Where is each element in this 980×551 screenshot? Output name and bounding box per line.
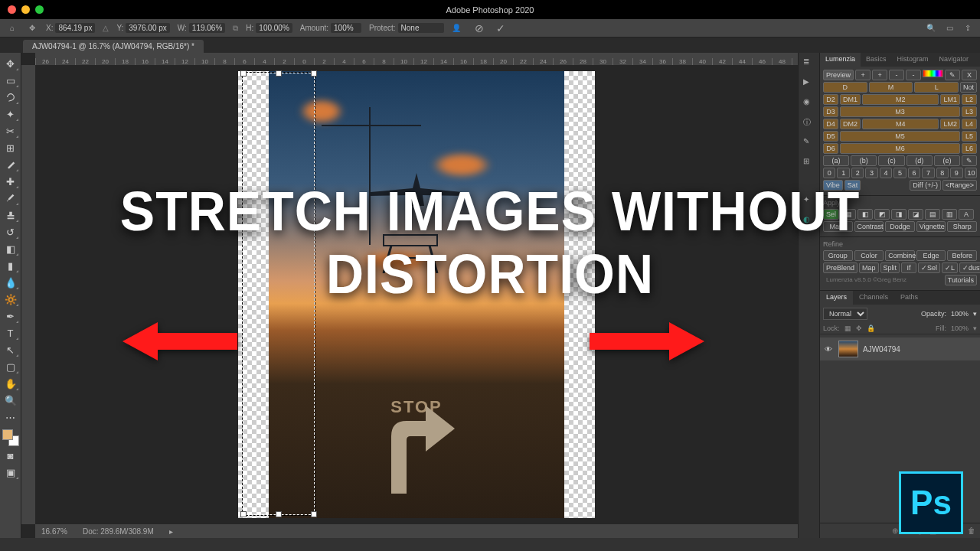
gradient-tool[interactable]: ▮: [2, 258, 19, 273]
tab-paths[interactable]: Paths: [894, 291, 924, 305]
zone-num-7[interactable]: 7: [922, 168, 934, 178]
rail-icon-7[interactable]: ✦: [803, 195, 815, 207]
minus2-button[interactable]: -: [906, 70, 921, 80]
cancel-transform-button[interactable]: ⊘: [475, 22, 484, 34]
zone-l5[interactable]: L5: [962, 131, 977, 142]
zone-d6[interactable]: D6: [823, 143, 838, 154]
zone-picker-icon[interactable]: ✎: [962, 155, 977, 166]
rail-icon-8[interactable]: ◐: [803, 215, 815, 227]
range-button[interactable]: <Range>: [942, 180, 977, 191]
mask-dodge[interactable]: Dodge: [885, 221, 915, 232]
stamp-tool[interactable]: [2, 207, 19, 223]
canvas-viewport[interactable]: STOP: [35, 65, 798, 524]
zone-num-1[interactable]: 1: [837, 168, 849, 178]
zone-lm1[interactable]: LM1: [940, 94, 960, 105]
zone-num-10[interactable]: 10: [965, 168, 977, 178]
y-field[interactable]: Y:3976.00 px: [116, 23, 169, 33]
zone-m[interactable]: M: [869, 82, 913, 93]
rail-icon-3[interactable]: ◉: [803, 97, 815, 109]
refine2-PreBlend[interactable]: PreBlend: [823, 262, 858, 273]
apply-3[interactable]: ◩: [874, 209, 890, 220]
layer-thumbnail[interactable]: [838, 341, 858, 357]
mask-mask[interactable]: Mask: [823, 221, 853, 232]
transform-selection[interactable]: [243, 73, 315, 515]
diff-button[interactable]: Diff (+/-): [910, 180, 941, 191]
zoom-tool[interactable]: 🔍: [2, 393, 19, 408]
zone-num-2[interactable]: 2: [851, 168, 864, 178]
amount-field[interactable]: Amount:100%: [300, 23, 361, 33]
eraser-tool[interactable]: ◧: [2, 241, 19, 256]
zone-a[interactable]: (a): [823, 155, 849, 166]
mask-contrast[interactable]: Contrast: [854, 221, 884, 232]
refine-before[interactable]: Before: [947, 250, 977, 261]
apply-1[interactable]: ▦: [841, 209, 856, 220]
zone-m3[interactable]: M3: [840, 106, 960, 117]
zone-num-8[interactable]: 8: [936, 168, 949, 178]
vibe-button[interactable]: Vibe: [823, 180, 843, 191]
spectrum-bar[interactable]: [923, 70, 943, 77]
rail-icon-1[interactable]: ≣: [803, 57, 815, 70]
rail-icon-2[interactable]: ▶: [803, 77, 815, 90]
doc-size-readout[interactable]: Doc: 289.6M/308.9M: [83, 527, 154, 536]
quickmask-toggle[interactable]: ◙: [2, 448, 19, 463]
zone-l[interactable]: L: [914, 82, 959, 93]
healing-tool[interactable]: ✚: [2, 174, 19, 189]
link-icon[interactable]: ⧉: [233, 24, 238, 33]
refine2-dust[interactable]: ✓dust: [959, 262, 980, 273]
lock-all-icon[interactable]: 🔒: [867, 324, 875, 332]
tab-lumenzia[interactable]: Lumenzia: [820, 53, 861, 67]
refine-group[interactable]: Group: [823, 250, 853, 261]
tab-layers[interactable]: Layers: [820, 291, 853, 305]
refine2-Sel[interactable]: ✓Sel: [918, 262, 940, 273]
refine-color[interactable]: Color: [854, 250, 884, 261]
mask-sharp[interactable]: Sharp: [947, 221, 977, 232]
document-tab[interactable]: AJW04794-1 @ 16.7% (AJW04794, RGB/16*) *: [23, 40, 204, 53]
refine-combine[interactable]: Combine: [885, 250, 915, 261]
zone-dm2[interactable]: DM2: [840, 119, 861, 129]
handle-bottom-left[interactable]: [240, 511, 247, 517]
move-tool[interactable]: ✥: [2, 56, 19, 71]
commit-transform-button[interactable]: ✓: [496, 22, 505, 34]
zone-d2[interactable]: D2: [823, 94, 838, 105]
zone-l2[interactable]: L2: [962, 94, 977, 105]
status-arrow-icon[interactable]: ▸: [169, 527, 173, 536]
handle-top-mid[interactable]: [276, 70, 282, 77]
plus1-button[interactable]: +: [855, 70, 871, 80]
artboard[interactable]: STOP: [238, 71, 595, 518]
path-select-tool[interactable]: ↖: [2, 342, 19, 357]
zone-num-4[interactable]: 4: [880, 168, 892, 178]
rail-icon-5[interactable]: ✎: [803, 137, 815, 149]
h-field[interactable]: H:100.00%: [246, 23, 292, 33]
visibility-toggle[interactable]: 👁: [825, 345, 834, 354]
dodge-tool[interactable]: 🔆: [2, 292, 19, 307]
zone-d5[interactable]: D5: [823, 131, 838, 142]
zone-m4[interactable]: M4: [862, 119, 939, 129]
zone-c[interactable]: (c): [878, 155, 904, 166]
zone-lm2[interactable]: LM2: [940, 119, 960, 129]
refine-edge[interactable]: Edge: [916, 250, 946, 261]
layers-foot-6[interactable]: 🗑: [968, 527, 975, 535]
hand-tool[interactable]: ✋: [2, 376, 19, 391]
layer-name[interactable]: AJW04794: [863, 345, 900, 354]
w-field[interactable]: W:119.06%: [178, 23, 226, 33]
zone-dm1[interactable]: DM1: [840, 94, 861, 105]
refine2-Map[interactable]: Map: [859, 262, 879, 273]
workspace-icon[interactable]: ▭: [943, 22, 956, 34]
handle-bottom-mid[interactable]: [276, 511, 282, 517]
x-field[interactable]: X:864.19 px: [46, 23, 95, 33]
plus2-button[interactable]: +: [872, 70, 887, 80]
protect-skin-icon[interactable]: 👤: [452, 24, 461, 32]
zone-d3[interactable]: D3: [823, 106, 838, 117]
more-tools[interactable]: ⋯: [2, 409, 19, 425]
mask-vignette[interactable]: Vignette: [916, 221, 946, 232]
brush-tool[interactable]: [2, 191, 19, 206]
lasso-tool[interactable]: [2, 90, 19, 105]
tab-channels[interactable]: Channels: [853, 291, 894, 305]
type-tool[interactable]: T: [2, 325, 19, 341]
preview-button[interactable]: Preview: [823, 70, 854, 80]
tab-histogram[interactable]: Histogram: [892, 53, 934, 67]
apply-5[interactable]: ◪: [908, 209, 923, 220]
handle-top-left[interactable]: [240, 70, 247, 77]
refine2-If[interactable]: If: [901, 262, 916, 273]
apply-8[interactable]: A: [959, 209, 974, 220]
